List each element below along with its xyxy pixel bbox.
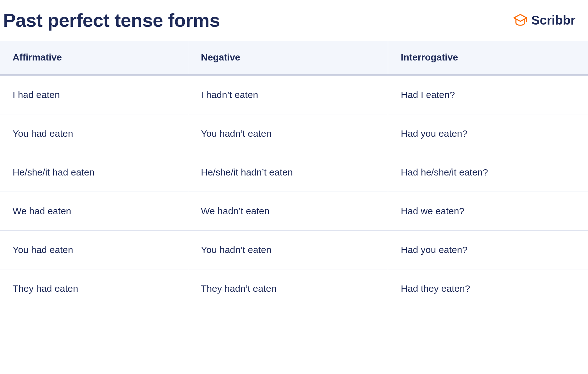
page-title: Past perfect tense forms: [3, 9, 220, 31]
cell-affirmative: You had eaten: [0, 114, 188, 153]
table-row: You had eaten You hadn’t eaten Had you e…: [0, 114, 588, 153]
table-row: We had eaten We hadn’t eaten Had we eate…: [0, 192, 588, 231]
table-header-row: Affirmative Negative Interrogative: [0, 41, 588, 74]
cell-negative: We hadn’t eaten: [188, 192, 388, 231]
cell-interrogative: Had he/she/it eaten?: [388, 153, 588, 192]
cell-affirmative: They had eaten: [0, 269, 188, 308]
column-header-affirmative: Affirmative: [0, 41, 188, 74]
cell-affirmative: You had eaten: [0, 231, 188, 269]
cell-interrogative: Had they eaten?: [388, 269, 588, 308]
cell-negative: He/she/it hadn’t eaten: [188, 153, 388, 192]
table-row: They had eaten They hadn’t eaten Had the…: [0, 269, 588, 308]
tense-table: Affirmative Negative Interrogative I had…: [0, 41, 588, 308]
table-row: I had eaten I hadn’t eaten Had I eaten?: [0, 75, 588, 114]
cell-interrogative: Had I eaten?: [388, 75, 588, 114]
page-header: Past perfect tense forms Scribbr: [0, 0, 588, 41]
brand-name: Scribbr: [531, 13, 575, 27]
column-header-negative: Negative: [188, 41, 388, 74]
table-row: You had eaten You hadn’t eaten Had you e…: [0, 231, 588, 269]
cell-negative: They hadn’t eaten: [188, 269, 388, 308]
column-header-interrogative: Interrogative: [388, 41, 588, 74]
table-row: He/she/it had eaten He/she/it hadn’t eat…: [0, 153, 588, 192]
cell-negative: I hadn’t eaten: [188, 75, 388, 114]
cell-negative: You hadn’t eaten: [188, 114, 388, 153]
cell-interrogative: Had you eaten?: [388, 114, 588, 153]
cell-interrogative: Had you eaten?: [388, 231, 588, 269]
cell-affirmative: We had eaten: [0, 192, 188, 231]
graduation-cap-icon: [512, 12, 528, 29]
cell-affirmative: He/she/it had eaten: [0, 153, 188, 192]
cell-affirmative: I had eaten: [0, 75, 188, 114]
cell-interrogative: Had we eaten?: [388, 192, 588, 231]
cell-negative: You hadn’t eaten: [188, 231, 388, 269]
brand-logo: Scribbr: [512, 12, 575, 29]
